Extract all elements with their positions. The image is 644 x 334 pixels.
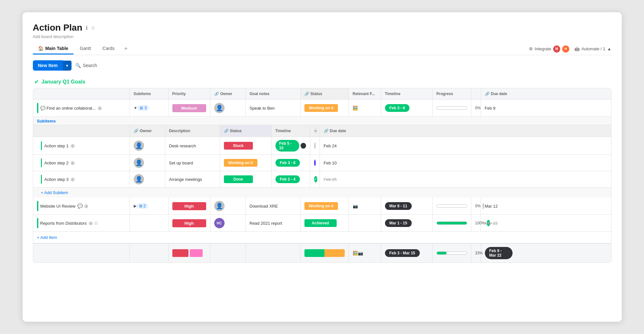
avatar: 👤 — [214, 103, 225, 113]
status-badge: Achieved — [304, 219, 337, 227]
tab-gantt[interactable]: Gantt — [75, 43, 96, 54]
status-badge: Working on it — [224, 159, 257, 167]
subitem-icon: ⊞ — [140, 106, 143, 110]
subitems-section: Subitems 🔗 Owner Description 🔗 Status Ti… — [33, 117, 611, 198]
relevant-img-1: 🖼️ — [353, 251, 358, 256]
automate-button[interactable]: 🤖 Automate / 1 ▲ — [574, 46, 611, 51]
priority-summary — [172, 249, 203, 257]
sub-left-bar — [41, 141, 42, 150]
sub-add-icon[interactable]: ⊕ — [71, 143, 75, 149]
avatar: 👤 — [134, 141, 144, 151]
sub-cell-status[interactable]: Working on it — [220, 155, 272, 171]
new-item-button[interactable]: New Item ▾ — [33, 60, 72, 71]
timeline-badge: Feb 5 - 10 — [275, 140, 300, 152]
sub-col-owner: 🔗 Owner — [130, 125, 165, 137]
info-button[interactable]: ℹ — [86, 25, 88, 31]
avatar: 👤 — [134, 158, 144, 168]
add-subitem-icon[interactable]: ⊕ — [98, 105, 102, 111]
board-title: Action Plan — [33, 23, 82, 33]
priority-badge: Medium — [172, 104, 206, 112]
row-name[interactable]: Find an online collaborat... — [47, 106, 96, 111]
cell-goal-notes: Download XRE — [246, 198, 301, 214]
sub-add-icon[interactable]: ⊕ — [71, 176, 75, 182]
cell-priority[interactable]: High — [168, 215, 210, 231]
expand-arrow[interactable]: ▼ — [134, 106, 138, 110]
tab-add[interactable]: + — [121, 43, 131, 55]
cell-progress-pct: 0% — [471, 100, 481, 116]
avatar: 👤 — [214, 201, 225, 211]
relevant-image: 📷 — [353, 204, 358, 209]
sub-cell-status[interactable]: Done — [220, 171, 272, 187]
sub-cell-name: Action step 1 ⊕ — [33, 137, 130, 154]
integrate-button[interactable]: ⚙ Integrate M H — [529, 45, 569, 53]
row-name[interactable]: Reports from Distributors — [40, 221, 87, 226]
new-item-main-btn[interactable]: New Item — [33, 60, 63, 71]
cell-priority[interactable]: Medium — [168, 100, 210, 116]
tab-main-table[interactable]: 🏠 Main Table — [33, 43, 73, 54]
status-chip-orange — [324, 249, 345, 257]
relevant-image: 🖼️ — [353, 106, 358, 111]
link-icon: 🔗 — [134, 129, 139, 133]
cell-status[interactable]: Working on it — [301, 100, 349, 116]
progress-bar-outer — [437, 204, 467, 208]
sub-add-icon[interactable]: ⊕ — [71, 160, 75, 166]
cell-name: 💬 Find an online collaborat... ⊕ — [33, 100, 130, 116]
search-button[interactable]: 🔍 Search — [75, 63, 97, 68]
col-header-priority: Priority — [168, 88, 210, 99]
progress-bar-outer — [437, 106, 467, 110]
subitem-row: Action step 2 ⊕ 👤 Set up board Working o… — [33, 155, 611, 171]
add-subitem-button[interactable]: + Add Subitem — [33, 188, 611, 198]
add-subitem-icon[interactable]: ⊕ — [84, 203, 88, 209]
link-icon: 🔗 — [224, 129, 229, 133]
integrate-icon: ⚙ — [529, 46, 533, 51]
cell-progress — [433, 215, 471, 231]
timeline-badge: Mar 1 - 15 — [385, 219, 412, 227]
sub-cell-owner: 👤 — [130, 137, 165, 154]
sub-cell-due: Feb 25 — [320, 171, 355, 187]
new-item-dropdown-btn[interactable]: ▾ — [63, 61, 72, 71]
progress-bar-outer — [437, 251, 467, 255]
sub-left-bar — [41, 158, 42, 167]
add-item-button[interactable]: + Add Item — [33, 232, 611, 243]
subitem-count: ⊞ 3 — [137, 105, 149, 111]
chat-icon: 💬 — [77, 203, 83, 209]
col-header-status: 🔗 Status — [301, 88, 349, 99]
row-name[interactable]: Website UI Review — [40, 204, 76, 209]
progress-pct: 0% — [475, 106, 481, 110]
circle-done: ✓ — [314, 176, 317, 182]
timeline-badge: Mar 8 - 11 — [385, 202, 412, 210]
sub-cell-circle — [310, 155, 320, 171]
add-subitem-icon[interactable]: ⊕ — [89, 220, 93, 226]
col-header-relevant: Relevant F... — [349, 88, 381, 99]
cell-goal-notes: Speak to Ben — [246, 100, 301, 116]
priority-badge: High — [172, 219, 206, 227]
cell-status[interactable]: Achieved — [301, 215, 349, 231]
cell-status[interactable]: Working on it — [301, 198, 349, 214]
cell-owner: 👤 — [210, 100, 246, 116]
status-badge: Done — [224, 175, 253, 183]
tab-cards[interactable]: Cards — [97, 43, 120, 54]
board-container: Action Plan ℹ ☆ Add board description 🏠 … — [23, 12, 622, 322]
star-button[interactable]: ☆ — [91, 25, 95, 31]
sub-left-bar — [41, 175, 42, 184]
sub-cell-status[interactable]: Stuck — [220, 137, 272, 154]
search-icon: 🔍 — [75, 63, 81, 68]
col-header-timeline: Timeline — [381, 88, 433, 99]
tabs-row: 🏠 Main Table Gantt Cards + ⚙ Integrate M… — [33, 43, 611, 55]
avatar: 👤 — [134, 174, 144, 184]
expand-arrow[interactable]: ▶ — [134, 204, 137, 208]
sub-cell-timeline: Feb 3 - 6 — [272, 155, 310, 171]
add-col-icon[interactable]: + — [314, 128, 317, 134]
cell-name: Reports from Distributors ⊕ ⊞ — [33, 215, 130, 231]
left-bar — [37, 103, 38, 113]
subitem-count: ⊞ 2 — [137, 203, 149, 209]
sub-cell-timeline: Feb 2 - 4 — [272, 171, 310, 187]
subitem-row: Action step 3 ⊕ 👤 Arrange meetings Done … — [33, 171, 611, 188]
progress-wrap — [437, 251, 467, 255]
progress-wrap — [437, 106, 467, 110]
priority-chip-pink — [190, 249, 203, 257]
cell-subitems: ▶ ⊞ 2 — [130, 198, 168, 214]
progress-bar-inner — [437, 252, 447, 254]
cell-progress-pct: 0% — [471, 198, 481, 214]
cell-priority[interactable]: High — [168, 198, 210, 214]
